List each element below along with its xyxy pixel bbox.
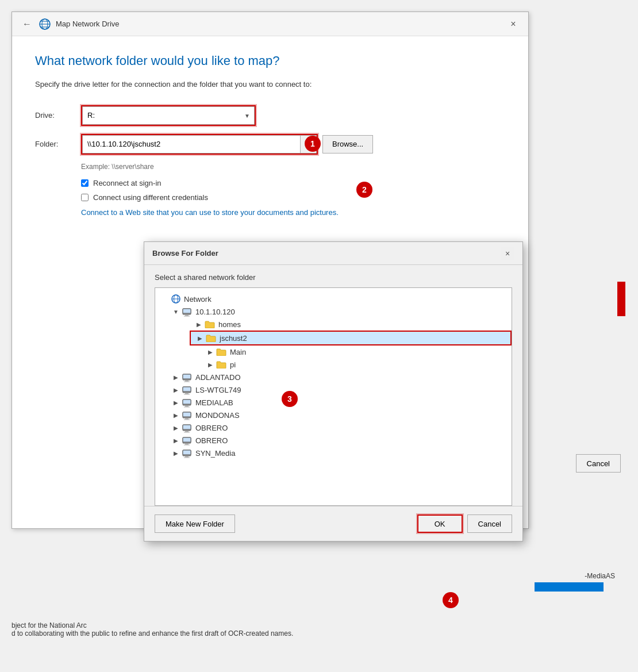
svg-rect-19: [184, 394, 190, 395]
dialog-footer: Make New Folder OK Cancel: [144, 506, 522, 541]
svg-rect-14: [185, 381, 189, 382]
svg-rect-10: [185, 315, 189, 316]
expand-icon-pi: ▶: [206, 360, 215, 369]
tree-label-network: Network: [184, 295, 212, 304]
svg-rect-13: [183, 374, 191, 379]
expand-icon-homes: ▶: [194, 320, 203, 329]
tree-item-mondonas[interactable]: ▶ MONDONAS: [167, 409, 512, 421]
tree-item-homes[interactable]: ▶ homes: [190, 318, 512, 331]
tree-label-ip: 10.1.10.120: [195, 308, 235, 316]
svg-rect-15: [184, 382, 190, 382]
tree-item-ip[interactable]: ▼ 10.1.10.120: [167, 305, 512, 318]
folder-input-group: ▼ Browse...: [81, 134, 373, 155]
folder-dropdown-button[interactable]: ▼: [301, 135, 317, 153]
page-title: What network folder would you like to ma…: [35, 53, 505, 68]
page-description: Specify the drive letter for the connect…: [35, 79, 505, 90]
window-close-button[interactable]: ×: [506, 17, 520, 31]
connect-diff-checkbox[interactable]: [81, 194, 89, 201]
expand-icon-adlantado: ▶: [171, 373, 180, 382]
svg-rect-35: [184, 445, 190, 446]
connect-diff-checkbox-row: Connect using different credentials: [81, 193, 505, 202]
tree-item-medialab[interactable]: ▶ MEDIALAB: [167, 396, 512, 409]
folder-tree[interactable]: Network ▼ 10.1.10.120 ▶ h: [155, 287, 512, 506]
expand-icon-syn-media: ▶: [171, 448, 180, 458]
folder-icon-jschust2: [206, 334, 217, 342]
reconnect-label: Reconnect at sign-in: [93, 179, 162, 187]
reconnect-checkbox-row: Reconnect at sign-in: [81, 179, 505, 187]
folder-icon-pi: [216, 360, 228, 368]
browse-button[interactable]: Browse...: [322, 135, 373, 153]
drive-row: Drive: R: S: T: ▼: [35, 105, 505, 126]
folder-input[interactable]: [82, 135, 301, 153]
dialog-titlebar: Browse For Folder ×: [144, 242, 522, 265]
dialog-action-buttons: OK Cancel: [417, 514, 512, 533]
tree-label-main: Main: [230, 348, 246, 356]
svg-rect-33: [183, 437, 191, 442]
network-icon: [170, 294, 182, 304]
tree-item-obrero1[interactable]: ▶ OBRERO: [167, 421, 512, 434]
folder-row: Folder: ▼ Browse...: [35, 134, 505, 155]
computer-icon-ls: [182, 385, 193, 394]
annotation-4: 4: [443, 592, 459, 608]
make-new-folder-button[interactable]: Make New Folder: [155, 514, 235, 533]
drive-select[interactable]: R: S: T:: [82, 106, 255, 125]
bottom-text-line1: bject for the National Arc: [11, 621, 529, 629]
computer-icon-medialab: [182, 398, 193, 407]
expand-icon-medialab: ▶: [171, 398, 180, 407]
tree-label-mondonas: MONDONAS: [195, 411, 240, 420]
svg-rect-30: [185, 431, 189, 432]
tree-item-adlantado[interactable]: ▶ ADLANTADO: [167, 371, 512, 383]
back-button[interactable]: ←: [20, 17, 34, 31]
tree-label-obrero2: OBRERO: [195, 436, 228, 445]
tree-item-pi[interactable]: ▶ pi: [201, 358, 512, 371]
right-accent-bar: [617, 282, 625, 316]
tree-item-network[interactable]: Network: [155, 293, 512, 305]
svg-rect-22: [185, 406, 189, 407]
window-content-area: What network folder would you like to ma…: [12, 36, 528, 234]
cancel-dialog-button[interactable]: Cancel: [467, 514, 512, 533]
expand-icon-mondonas: ▶: [171, 410, 180, 420]
drive-label: Drive:: [35, 111, 81, 120]
tree-label-syn-media: SYN_Media: [195, 449, 235, 458]
tree-label-medialab: MEDIALAB: [195, 398, 233, 407]
svg-rect-17: [183, 387, 191, 391]
tree-item-jschust2[interactable]: ▶ jschust2: [190, 331, 512, 345]
dialog-title: Browse For Folder: [152, 249, 218, 258]
tree-item-syn-media[interactable]: ▶ SYN_Media: [167, 447, 512, 459]
example-text: Example: \\server\share: [81, 163, 505, 171]
computer-icon-obrero1: [182, 423, 193, 432]
tree-item-main[interactable]: ▶ Main: [201, 345, 512, 358]
tree-item-obrero2[interactable]: ▶ OBRERO: [167, 434, 512, 447]
main-cancel-button[interactable]: Cancel: [576, 454, 621, 473]
svg-rect-9: [183, 309, 191, 313]
folder-label: Folder:: [35, 140, 81, 148]
drive-select-wrapper: R: S: T: ▼: [81, 105, 256, 126]
tree-label-homes: homes: [218, 320, 241, 329]
tree-item-ls-wtgl749[interactable]: ▶ LS-WTGL749: [167, 383, 512, 396]
computer-icon-mondonas: [182, 410, 193, 420]
tree-label-jschust2: jschust2: [220, 334, 247, 343]
folder-icon-main: [216, 348, 228, 356]
expand-icon-ip: ▼: [171, 307, 180, 316]
bottom-text-line2: d to collaborating with the public to re…: [11, 629, 529, 638]
reconnect-checkbox[interactable]: [81, 179, 89, 187]
expand-icon-jschust2: ▶: [195, 333, 205, 343]
svg-rect-27: [184, 420, 190, 420]
ok-button[interactable]: OK: [417, 514, 463, 533]
expand-icon-ls: ▶: [171, 385, 180, 394]
svg-rect-39: [184, 458, 190, 458]
connect-web-link[interactable]: Connect to a Web site that you can use t…: [81, 208, 339, 217]
svg-rect-38: [185, 456, 189, 458]
svg-rect-26: [185, 418, 189, 420]
computer-icon-adlantado: [182, 373, 193, 382]
bottom-text: bject for the National Arc d to collabor…: [11, 621, 529, 638]
expand-icon-main: ▶: [206, 347, 215, 356]
connect-diff-label: Connect using different credentials: [93, 193, 208, 202]
window-title: Map Network Drive: [56, 20, 120, 28]
svg-rect-18: [185, 393, 189, 394]
network-drive-icon: [39, 18, 51, 30]
dialog-close-button[interactable]: ×: [501, 247, 514, 260]
titlebar: ← Map Network Drive ×: [12, 12, 528, 36]
tree-label-pi: pi: [230, 360, 236, 369]
svg-rect-21: [183, 400, 191, 404]
